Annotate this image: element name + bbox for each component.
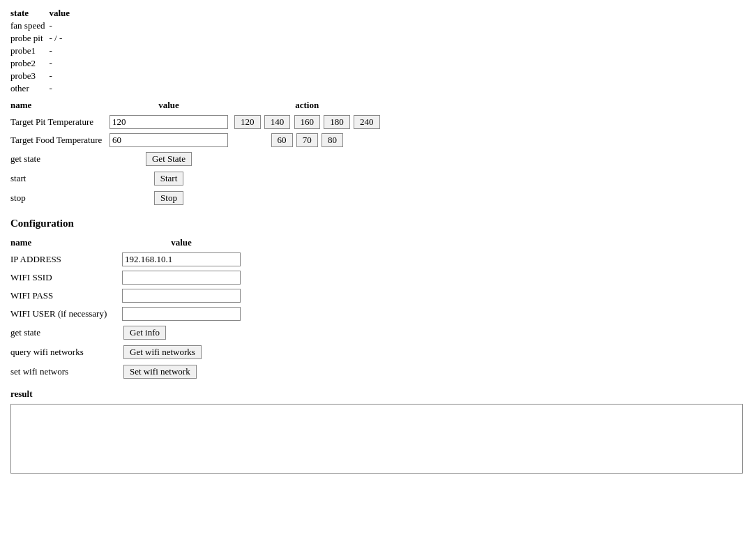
get-state-button[interactable]: Get State	[146, 152, 192, 166]
get-info-button[interactable]: Get info	[123, 326, 166, 340]
result-label: result	[10, 388, 746, 400]
wifi-ssid-input[interactable]	[122, 271, 241, 285]
start-label: start	[10, 169, 108, 188]
get-wifi-networks-button[interactable]: Get wifi networks	[123, 345, 202, 359]
controls-table: name value action Target Pit Temperature…	[10, 98, 385, 208]
probe2-value: -	[49, 57, 74, 70]
wifi-ssid-value-cell	[122, 269, 245, 287]
config-get-state-label: get state	[10, 323, 122, 342]
target-food-temp-value-cell	[108, 131, 234, 149]
get-state-value-cell: Get State	[108, 149, 234, 169]
food-temp-60-button[interactable]: 60	[271, 133, 293, 147]
table-row: query wifi networks Get wifi networks	[10, 342, 245, 362]
query-wifi-networks-label: query wifi networks	[10, 342, 122, 362]
state-table: state value fan speed - probe pit - / - …	[10, 7, 74, 95]
food-temp-80-button[interactable]: 80	[322, 133, 343, 147]
pit-temp-240-button[interactable]: 240	[354, 115, 380, 129]
probe3-value: -	[49, 70, 74, 82]
table-row: stop Stop	[10, 188, 385, 208]
start-value-cell: Start	[108, 169, 234, 188]
target-pit-temp-label: Target Pit Temperature	[10, 113, 108, 131]
state-col-header: state	[10, 7, 49, 20]
config-name-header: name	[10, 235, 122, 250]
target-pit-temp-value-cell	[108, 113, 234, 131]
probe-pit-value: - / -	[49, 32, 74, 45]
wifi-pass-label: WIFI PASS	[10, 287, 122, 305]
table-row: probe3 -	[10, 70, 74, 82]
pit-temp-180-button[interactable]: 180	[324, 115, 350, 129]
table-row: fan speed -	[10, 20, 74, 32]
table-row: probe pit - / -	[10, 32, 74, 45]
table-row: Target Food Temperature 60 70 80	[10, 131, 385, 149]
ip-address-input[interactable]	[122, 252, 241, 266]
controls-value-header: value	[108, 98, 234, 113]
table-row: probe1 -	[10, 45, 74, 57]
config-get-info-cell: Get info	[122, 323, 245, 342]
stop-value-cell: Stop	[108, 188, 234, 208]
table-row: start Start	[10, 169, 385, 188]
other-value: -	[49, 82, 74, 95]
target-pit-temp-input[interactable]	[109, 115, 228, 129]
result-box	[10, 404, 743, 474]
get-wifi-networks-cell: Get wifi networks	[122, 342, 245, 362]
table-row: get state Get info	[10, 323, 245, 342]
ip-address-label: IP ADDRESS	[10, 250, 122, 269]
table-row: other -	[10, 82, 74, 95]
stop-button[interactable]: Stop	[154, 191, 183, 205]
set-wifi-network-button[interactable]: Set wifi network	[123, 365, 197, 379]
probe2-label: probe2	[10, 57, 49, 70]
wifi-user-input[interactable]	[122, 307, 241, 321]
config-table: name value IP ADDRESS WIFI SSID WIFI PAS…	[10, 235, 245, 381]
pit-temp-140-button[interactable]: 140	[264, 115, 291, 129]
stop-label: stop	[10, 188, 108, 208]
controls-name-header: name	[10, 98, 108, 113]
target-food-temp-input[interactable]	[109, 133, 228, 147]
set-wifi-networs-label: set wifi networs	[10, 362, 122, 381]
configuration-header: Configuration	[10, 218, 746, 229]
wifi-ssid-label: WIFI SSID	[10, 269, 122, 287]
get-state-label: get state	[10, 149, 108, 169]
table-row: Target Pit Temperature 120 140 160 180 2…	[10, 113, 385, 131]
wifi-pass-input[interactable]	[122, 289, 241, 303]
ip-address-value-cell	[122, 250, 245, 269]
wifi-user-value-cell	[122, 305, 245, 323]
probe1-label: probe1	[10, 45, 49, 57]
table-row: get state Get State	[10, 149, 385, 169]
value-col-header: value	[49, 7, 74, 20]
other-label: other	[10, 82, 49, 95]
target-food-temp-label: Target Food Temperature	[10, 131, 108, 149]
probe-pit-label: probe pit	[10, 32, 49, 45]
table-row: IP ADDRESS	[10, 250, 245, 269]
pit-temp-120-button[interactable]: 120	[234, 115, 261, 129]
target-food-temp-actions: 60 70 80	[234, 131, 385, 149]
wifi-pass-value-cell	[122, 287, 245, 305]
config-value-header: value	[122, 235, 245, 250]
start-button[interactable]: Start	[154, 172, 184, 186]
table-row: set wifi networs Set wifi network	[10, 362, 245, 381]
controls-action-header: action	[234, 98, 385, 113]
table-row: WIFI PASS	[10, 287, 245, 305]
table-row: WIFI USER (if necessary)	[10, 305, 245, 323]
table-row: WIFI SSID	[10, 269, 245, 287]
probe3-label: probe3	[10, 70, 49, 82]
fan-speed-label: fan speed	[10, 20, 49, 32]
target-pit-temp-actions: 120 140 160 180 240	[234, 113, 385, 131]
food-temp-70-button[interactable]: 70	[296, 133, 318, 147]
probe1-value: -	[49, 45, 74, 57]
pit-temp-160-button[interactable]: 160	[294, 115, 321, 129]
set-wifi-network-cell: Set wifi network	[122, 362, 245, 381]
fan-speed-value: -	[49, 20, 74, 32]
wifi-user-label: WIFI USER (if necessary)	[10, 305, 122, 323]
result-section: result	[10, 388, 746, 474]
table-row: probe2 -	[10, 57, 74, 70]
